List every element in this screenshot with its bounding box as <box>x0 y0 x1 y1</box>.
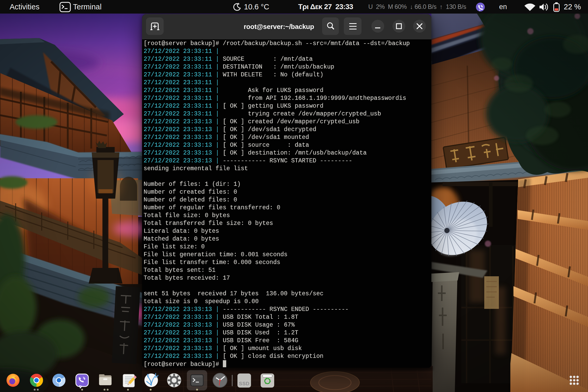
svg-text:SSD: SSD <box>239 381 250 386</box>
